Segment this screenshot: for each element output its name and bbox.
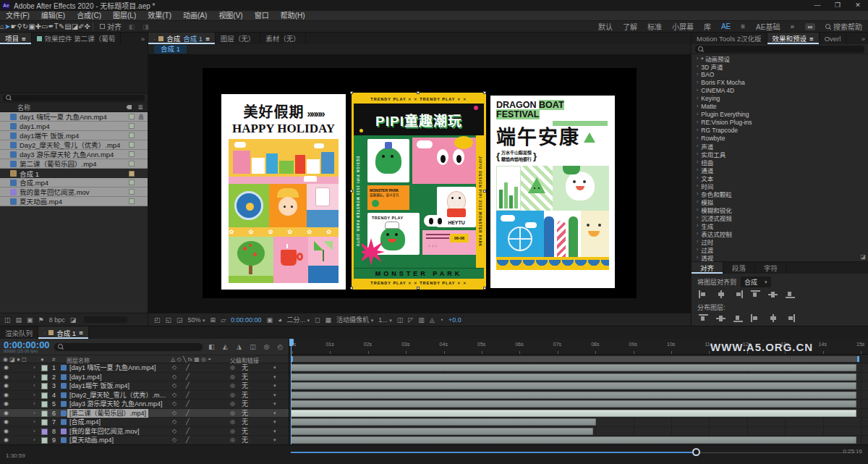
layer-quality-switch[interactable]: ◇ bbox=[172, 427, 176, 436]
workspace-ae-badge[interactable]: AE bbox=[721, 22, 731, 30]
layer-name[interactable]: [合成.mp4] bbox=[69, 418, 101, 426]
layer-label-chip[interactable] bbox=[41, 392, 48, 399]
tab-timeline-comp[interactable]: · 合成 1 ≡ bbox=[38, 326, 89, 339]
parent-dropdown-caret[interactable]: ▾ bbox=[273, 418, 276, 426]
menu-图层[interactable]: 图层(L) bbox=[107, 11, 142, 21]
expand-chevron-icon[interactable]: › bbox=[697, 199, 698, 204]
layer-quality-switch[interactable]: ◇ bbox=[172, 363, 176, 372]
eraser-tool-icon[interactable]: ◪ bbox=[72, 22, 78, 30]
parent-dropdown[interactable]: 无 bbox=[242, 363, 248, 372]
panel-menu-icon[interactable]: ≡ bbox=[809, 35, 814, 43]
interpret-footage-icon[interactable]: ◫ bbox=[4, 316, 11, 324]
reset-exposure-icon[interactable]: ◔ bbox=[440, 316, 443, 324]
draft-3d-icon[interactable]: ◭ bbox=[221, 343, 230, 350]
effects-category[interactable]: ›Keying bbox=[692, 94, 868, 102]
layer-name[interactable]: [我的童年回忆阅览.mov] bbox=[69, 427, 140, 436]
menu-效果[interactable]: 效果(T) bbox=[142, 11, 177, 21]
snap-checkbox[interactable] bbox=[100, 24, 105, 29]
selection-handle[interactable] bbox=[417, 287, 420, 290]
parent-dropdown[interactable]: 无 bbox=[242, 400, 248, 408]
timeline-layer-row[interactable]: ◉›5[day3 游乐摩天轮 九鱼Ann.mp4]◇╱◎无▾ bbox=[0, 400, 289, 409]
playhead-handle[interactable] bbox=[289, 339, 294, 346]
expand-chevron-icon[interactable]: › bbox=[697, 247, 698, 252]
show-channel-icon[interactable]: ◕ bbox=[278, 316, 281, 324]
track-row[interactable] bbox=[289, 400, 868, 409]
transparency-grid-icon[interactable]: ▦ bbox=[326, 316, 332, 324]
layer-name[interactable]: [day1 嗨玩一夏 九鱼Ann.mp4] bbox=[69, 363, 156, 372]
parent-dropdown-caret[interactable]: ▾ bbox=[273, 363, 276, 372]
clone-stamp-tool-icon[interactable]: ▤ bbox=[64, 22, 71, 30]
layer-duration-bar[interactable] bbox=[291, 418, 596, 426]
close-button[interactable]: ✕ bbox=[848, 0, 868, 11]
project-item[interactable]: 夏天动画.mp4 bbox=[0, 197, 148, 206]
timeline-zoom-slider-knob[interactable] bbox=[692, 448, 700, 456]
effects-category[interactable]: ›CINEMA 4D bbox=[692, 86, 868, 94]
effects-category[interactable]: ›过渡 bbox=[692, 245, 868, 253]
mask-visibility-icon[interactable]: ▱ bbox=[221, 316, 226, 324]
layer-fx-switch[interactable]: ╱ bbox=[186, 391, 190, 400]
label-color-chip[interactable] bbox=[129, 189, 135, 195]
layer-expand-icon[interactable]: › bbox=[33, 391, 35, 400]
workspace-默认[interactable]: 默认 bbox=[598, 21, 613, 32]
distribute-horizontal-icon[interactable] bbox=[768, 314, 778, 322]
track-row[interactable] bbox=[289, 436, 868, 444]
timeline-track-area[interactable]: 00s01s02s03s04s05s06s07s08s09s10s11s12s1… bbox=[289, 339, 868, 444]
effects-category[interactable]: ›沉浸式视频 bbox=[692, 214, 868, 222]
distribute-vertical-icon[interactable] bbox=[716, 314, 726, 322]
rectangle-tool-icon[interactable]: ▭ bbox=[41, 22, 48, 30]
workspace-了解[interactable]: 了解 bbox=[623, 21, 637, 32]
parent-pickwhip-icon[interactable]: ◎ bbox=[230, 381, 235, 390]
expand-chevron-icon[interactable]: › bbox=[697, 135, 698, 140]
expand-chevron-icon[interactable]: › bbox=[697, 151, 698, 156]
expand-chevron-icon[interactable]: › bbox=[697, 119, 698, 125]
zoom-tool-icon[interactable]: ⚲ bbox=[17, 22, 22, 30]
parent-pickwhip-icon[interactable]: ◎ bbox=[230, 373, 235, 381]
layer-name[interactable]: [Day2_摩天轮_雪儿（优秀）.mp4] bbox=[69, 391, 168, 400]
timeline-jump-icon[interactable]: ▥ bbox=[418, 316, 425, 324]
expand-chevron-icon[interactable]: › bbox=[697, 143, 698, 148]
effects-category[interactable]: ›3D 声道 bbox=[692, 62, 868, 70]
track-row[interactable] bbox=[289, 381, 868, 391]
parent-dropdown-caret[interactable]: ▾ bbox=[273, 409, 276, 418]
layer-quality-switch[interactable]: ◇ bbox=[172, 373, 176, 381]
layer-label-chip[interactable] bbox=[41, 419, 48, 426]
align-horizontal-center-icon[interactable] bbox=[716, 290, 726, 298]
layer-fx-switch[interactable]: ╱ bbox=[186, 427, 190, 436]
expand-chevron-icon[interactable]: › bbox=[697, 56, 698, 61]
expand-chevron-icon[interactable]: › bbox=[697, 111, 698, 117]
parent-pickwhip-icon[interactable]: ◎ bbox=[230, 363, 235, 372]
layer-quality-switch[interactable]: ◇ bbox=[172, 418, 176, 426]
distribute-left-icon[interactable] bbox=[751, 314, 760, 322]
layer-visibility-icon[interactable]: ◉ bbox=[4, 391, 9, 400]
timeline-search-input[interactable] bbox=[54, 343, 203, 351]
expand-chevron-icon[interactable]: › bbox=[697, 127, 698, 132]
label-color-chip[interactable] bbox=[129, 132, 135, 138]
align-left-icon[interactable] bbox=[699, 290, 708, 298]
maximize-button[interactable]: ❐ bbox=[827, 0, 848, 11]
layer-duration-bar[interactable] bbox=[291, 410, 856, 417]
layer-visibility-icon[interactable]: ◉ bbox=[4, 373, 9, 381]
expand-chevron-icon[interactable]: › bbox=[697, 72, 698, 77]
track-row[interactable] bbox=[289, 427, 868, 436]
current-time-indicator[interactable] bbox=[291, 339, 292, 444]
delete-icon[interactable]: ◪ bbox=[70, 316, 77, 324]
menu-合成[interactable]: 合成(C) bbox=[71, 11, 107, 21]
layer-expand-icon[interactable]: › bbox=[33, 436, 35, 444]
expand-chevron-icon[interactable]: › bbox=[697, 159, 698, 164]
effects-category[interactable]: ›透视 bbox=[692, 253, 868, 261]
comp-navigator-chip[interactable]: 合成 1 bbox=[154, 45, 187, 54]
workspace-库[interactable]: 库 bbox=[704, 21, 711, 32]
label-column-icon[interactable] bbox=[126, 105, 132, 109]
effects-category[interactable]: ›Matte bbox=[692, 102, 868, 110]
graph-editor-icon[interactable]: ◴ bbox=[276, 343, 285, 350]
panel-menu-icon[interactable]: ≡ bbox=[22, 35, 26, 43]
track-row[interactable] bbox=[289, 418, 868, 427]
pan-behind-tool-icon[interactable]: ✚ bbox=[35, 22, 41, 30]
parent-pickwhip-icon[interactable]: ◎ bbox=[230, 391, 235, 400]
menu-窗口[interactable]: 窗口 bbox=[249, 11, 275, 21]
expand-chevron-icon[interactable]: › bbox=[697, 167, 698, 172]
layer-expand-icon[interactable]: › bbox=[33, 363, 35, 372]
menu-编辑[interactable]: 编辑(E) bbox=[35, 11, 71, 21]
layer-duration-bar[interactable] bbox=[291, 428, 593, 435]
layer-duration-bar[interactable] bbox=[291, 436, 856, 444]
